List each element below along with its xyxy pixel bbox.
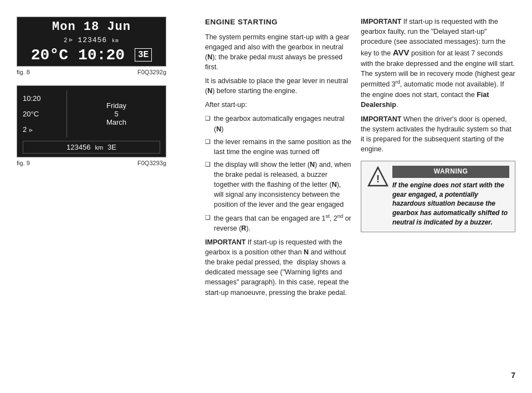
page-number: 7 bbox=[511, 371, 515, 380]
svg-text:!: ! bbox=[376, 173, 380, 185]
bullet-check-2: ❑ bbox=[205, 137, 211, 146]
fig9-time: 10:20 bbox=[23, 94, 63, 103]
after-startup-label: After start-up: bbox=[205, 100, 352, 110]
warning-box: ! WARNING If the engine does not start w… bbox=[361, 161, 515, 232]
page-container: Mon 18 Jun 2 ⊳ 123456 km 20°C 10:20 3E bbox=[0, 0, 532, 393]
fig8-block: Mon 18 Jun 2 ⊳ 123456 km 20°C 10:20 3E bbox=[17, 17, 194, 75]
bullet-text-2: the lever remains in the same position a… bbox=[214, 137, 352, 157]
left-column: Mon 18 Jun 2 ⊳ 123456 km 20°C 10:20 3E bbox=[17, 17, 194, 376]
bullet-item-1: ❑ the gearbox automatically engages neut… bbox=[205, 114, 352, 134]
fig8-panel: Mon 18 Jun 2 ⊳ 123456 km 20°C 10:20 3E bbox=[17, 17, 166, 67]
fig8-mid-line: 2 ⊳ 123456 km bbox=[64, 36, 119, 44]
bullet-text-1: the gearbox automatically engages neutra… bbox=[214, 114, 352, 134]
main-para2: It is advisable to place the gear lever … bbox=[205, 76, 352, 96]
right-para2: IMPORTANT When the driver's door is open… bbox=[361, 114, 515, 155]
warning-text: If the engine does not start with the ge… bbox=[392, 181, 509, 227]
bullet-check-3: ❑ bbox=[205, 160, 211, 169]
fig9-daynum: 5 bbox=[114, 110, 118, 118]
bullet-check-4: ❑ bbox=[205, 213, 211, 222]
fig8-caption-right: F0Q3292g bbox=[137, 69, 166, 75]
fig9-day: Friday bbox=[106, 101, 126, 110]
fig9-temp: 20°C bbox=[23, 110, 63, 118]
right-section: ENGINE STARTING The system permits engin… bbox=[194, 17, 515, 376]
main-para1: The system permits engine start-up with … bbox=[205, 32, 352, 73]
warning-triangle-icon: ! bbox=[367, 166, 387, 186]
fig9-month: March bbox=[106, 118, 126, 126]
bullet-item-4: ❑ the gears that can be engaged are 1st,… bbox=[205, 213, 352, 233]
center-column: ENGINE STARTING The system permits engin… bbox=[205, 17, 352, 376]
warning-title: WARNING bbox=[392, 166, 509, 177]
fig8-top-line: Mon 18 Jun bbox=[52, 20, 131, 34]
fig8-gear: 3E bbox=[135, 48, 152, 62]
fig9-stat3: 2 ⊳ bbox=[23, 125, 63, 134]
section-heading: ENGINE STARTING bbox=[205, 17, 352, 28]
fig9-block: 10:20 20°C 2 ⊳ Friday 5 March bbox=[17, 85, 194, 166]
fig9-right-date: Friday 5 March bbox=[67, 90, 160, 137]
fig8-stat: 2 ⊳ bbox=[64, 37, 73, 43]
fig9-panel: 10:20 20°C 2 ⊳ Friday 5 March bbox=[17, 85, 166, 157]
fig9-odo: 123456 bbox=[66, 143, 90, 151]
fig8-odo: 123456 km bbox=[78, 36, 119, 44]
far-right-column: IMPORTANT If start-up is requested with … bbox=[352, 17, 515, 376]
bullet-item-2: ❑ the lever remains in the same position… bbox=[205, 137, 352, 157]
fig8-caption-left: fig. 8 bbox=[17, 69, 30, 75]
bullet-text-4: the gears that can be engaged are 1st, 2… bbox=[214, 213, 352, 233]
fig9-left-stats: 10:20 20°C 2 ⊳ bbox=[23, 90, 67, 137]
fig9-odo-row: 123456 km 3E bbox=[23, 141, 160, 154]
fig9-caption: fig. 9 F0Q3293g bbox=[17, 160, 166, 166]
bullet-item-3: ❑ the display will show the letter (N) a… bbox=[205, 160, 352, 210]
bullet-text-3: the display will show the letter (N) and… bbox=[214, 160, 352, 210]
right-para1: IMPORTANT If start-up is requested with … bbox=[361, 17, 515, 110]
fig9-caption-right: F0Q3293g bbox=[137, 160, 166, 166]
fig9-gear: 3E bbox=[108, 143, 116, 151]
warning-content: WARNING If the engine does not start wit… bbox=[392, 166, 509, 227]
fig9-caption-left: fig. 9 bbox=[17, 160, 30, 166]
fig8-bottom-line: 20°C 10:20 3E bbox=[31, 47, 152, 64]
bullet-check-1: ❑ bbox=[205, 114, 211, 123]
fig8-caption: fig. 8 F0Q3292g bbox=[17, 69, 166, 75]
main-para3: IMPORTANT If start-up is requested with … bbox=[205, 237, 352, 298]
bullet-list: ❑ the gearbox automatically engages neut… bbox=[205, 114, 352, 233]
